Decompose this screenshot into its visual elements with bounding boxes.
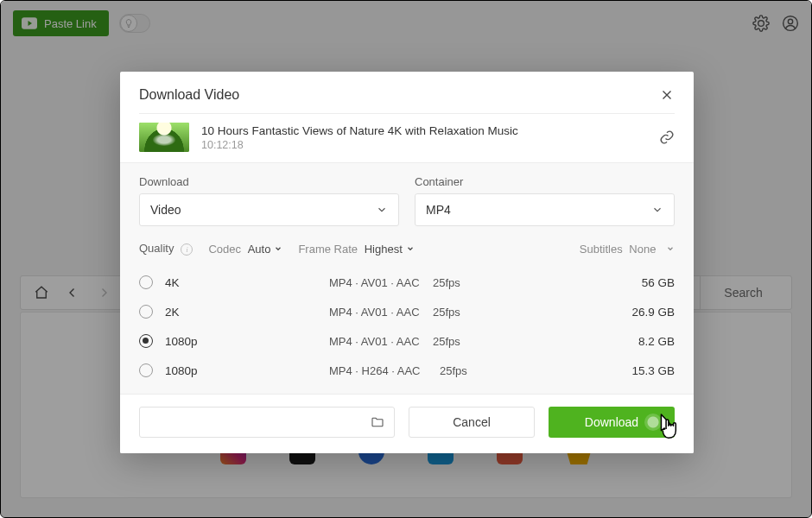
- link-icon[interactable]: [659, 130, 675, 145]
- quality-fps: 25fps: [433, 276, 502, 289]
- video-title: 10 Hours Fantastic Views of Nature 4K wi…: [201, 124, 647, 137]
- quality-fps: 25fps: [433, 335, 502, 348]
- radio-icon: [139, 275, 153, 289]
- radio-icon: [139, 334, 153, 348]
- quality-option[interactable]: 1080pMP4 · AV01 · AAC25fps8.2 GB: [139, 326, 675, 356]
- quality-size: 26.9 GB: [502, 306, 675, 319]
- container-select[interactable]: MP4: [415, 193, 675, 226]
- quality-format: MP4 · AV01 · AAC: [329, 306, 433, 319]
- quality-fps: 25fps: [433, 306, 502, 319]
- download-button[interactable]: Download: [549, 407, 675, 438]
- download-type-select[interactable]: Video: [139, 193, 399, 226]
- quality-option[interactable]: 1080pMP4 · H264 · AAC25fps15.3 GB: [139, 356, 675, 385]
- codec-filter[interactable]: Codec Auto: [208, 243, 282, 256]
- quality-format: MP4 · AV01 · AAC: [329, 335, 433, 348]
- container-value: MP4: [426, 203, 451, 217]
- quality-list: 4KMP4 · AV01 · AAC25fps56 GB2KMP4 · AV01…: [120, 264, 694, 394]
- click-ripple: [644, 414, 662, 431]
- quality-option[interactable]: 4KMP4 · AV01 · AAC25fps56 GB: [139, 268, 675, 297]
- download-dialog: Download Video 10 Hours Fantastic Views …: [120, 72, 694, 453]
- quality-name: 4K: [165, 276, 329, 289]
- video-thumbnail: [139, 123, 189, 152]
- framerate-filter[interactable]: Frame Rate Highest: [298, 243, 414, 256]
- quality-size: 8.2 GB: [502, 335, 675, 348]
- quality-name: 1080p: [165, 335, 329, 348]
- radio-icon: [139, 363, 153, 377]
- radio-icon: [139, 305, 153, 319]
- app-window: Paste Link Search Download Video: [0, 0, 812, 518]
- info-icon[interactable]: i: [181, 243, 193, 256]
- chevron-down-icon: [651, 204, 663, 216]
- chevron-down-icon: [666, 244, 675, 253]
- quality-format: MP4 · AV01 · AAC: [329, 276, 433, 289]
- quality-size: 15.3 GB: [502, 364, 675, 377]
- dialog-title: Download Video: [139, 87, 659, 103]
- quality-option[interactable]: 2KMP4 · AV01 · AAC25fps26.9 GB: [139, 297, 675, 326]
- cancel-label: Cancel: [453, 415, 491, 429]
- quality-size: 56 GB: [502, 276, 675, 289]
- subtitles-filter[interactable]: Subtitles None: [580, 243, 675, 256]
- container-label: Container: [415, 175, 675, 188]
- quality-label: Qualityi: [139, 242, 193, 256]
- folder-icon: [370, 415, 385, 429]
- quality-format: MP4 · H264 · AAC: [329, 364, 433, 377]
- cancel-button[interactable]: Cancel: [409, 407, 535, 438]
- chevron-down-icon: [406, 244, 415, 253]
- close-icon[interactable]: [659, 87, 675, 103]
- save-path-field[interactable]: [139, 407, 395, 438]
- video-duration: 10:12:18: [201, 139, 647, 151]
- chevron-down-icon: [376, 204, 388, 216]
- quality-name: 2K: [165, 306, 329, 319]
- download-type-label: Download: [139, 175, 399, 188]
- video-info-row: 10 Hours Fantastic Views of Nature 4K wi…: [120, 114, 694, 162]
- download-label: Download: [585, 415, 638, 429]
- quality-name: 1080p: [165, 364, 329, 377]
- download-type-value: Video: [150, 203, 181, 217]
- quality-fps: 25fps: [433, 364, 502, 377]
- chevron-down-icon: [274, 244, 282, 253]
